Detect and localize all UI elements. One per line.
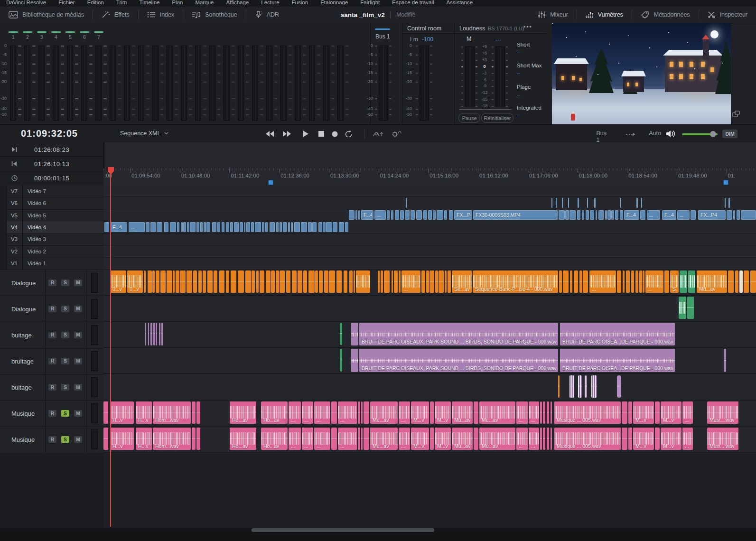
clip[interactable]: [364, 428, 369, 450]
clip[interactable]: [196, 401, 200, 424]
menu-lecture[interactable]: Lecture: [255, 0, 285, 7]
horizontal-scrollbar-thumb[interactable]: [252, 528, 434, 532]
clip[interactable]: [315, 270, 318, 293]
clip[interactable]: [594, 198, 596, 207]
clip[interactable]: [308, 270, 315, 293]
menu-fairlight[interactable]: Fairlight: [354, 0, 386, 7]
clip[interactable]: [358, 401, 360, 424]
clip[interactable]: [164, 222, 168, 232]
clip[interactable]: [152, 270, 155, 293]
solo-button[interactable]: S: [61, 436, 69, 443]
clip[interactable]: F...4: [110, 222, 127, 232]
clip[interactable]: [256, 270, 259, 293]
clip[interactable]: ...: [374, 210, 386, 220]
clip[interactable]: [607, 210, 610, 220]
video-track-header-v7[interactable]: V7Vidéo 7: [0, 185, 103, 197]
clip[interactable]: [222, 222, 224, 232]
speaker-icon[interactable]: [665, 130, 676, 138]
clip[interactable]: [559, 210, 565, 220]
clip[interactable]: [556, 198, 557, 207]
monitor-bus-label[interactable]: Bus 1: [596, 130, 607, 143]
clip[interactable]: Ho...av: [261, 428, 288, 450]
timeline-marker[interactable]: [723, 180, 728, 185]
clip[interactable]: [551, 401, 552, 424]
clip[interactable]: [687, 297, 694, 319]
clip[interactable]: [421, 270, 425, 293]
clip[interactable]: [628, 428, 632, 450]
clip[interactable]: [547, 428, 549, 450]
button-index[interactable]: Index: [139, 7, 183, 23]
clip[interactable]: ...: [399, 401, 410, 424]
video-track-header-v2[interactable]: V2Vidéo 2: [0, 245, 103, 258]
clip[interactable]: [395, 210, 400, 220]
menu-assistance[interactable]: Assistance: [440, 0, 479, 7]
clip[interactable]: [399, 270, 401, 293]
clip[interactable]: H...v: [110, 401, 134, 424]
video-track-header-v3[interactable]: V3Vidéo 3: [0, 233, 103, 246]
clip[interactable]: [167, 270, 172, 293]
menu-davinci-resolve[interactable]: DaVinci Resolve: [0, 0, 52, 7]
clip[interactable]: [558, 375, 560, 398]
clip[interactable]: [288, 222, 290, 232]
clip[interactable]: [547, 401, 549, 424]
clip[interactable]: [193, 270, 197, 293]
clip[interactable]: [176, 270, 179, 293]
record-arm-button[interactable]: R: [48, 280, 56, 286]
clip[interactable]: [203, 270, 206, 293]
clip[interactable]: [679, 297, 686, 319]
clip[interactable]: [428, 210, 432, 220]
clip[interactable]: H...v: [136, 401, 152, 424]
clip[interactable]: [303, 270, 307, 293]
menu-timeline[interactable]: Timeline: [133, 0, 166, 7]
transport-auto-touch-button[interactable]: [372, 128, 384, 140]
clip[interactable]: [737, 210, 740, 220]
lane-musique2[interactable]: H...vH...vHom...wavHo...avHo...av.......…: [103, 427, 756, 453]
clip[interactable]: [358, 428, 360, 450]
clip[interactable]: ...: [682, 428, 693, 450]
clip[interactable]: [351, 349, 358, 372]
lane-v7[interactable]: [103, 185, 756, 197]
clip[interactable]: [565, 210, 569, 220]
clip[interactable]: [356, 270, 370, 293]
clip[interactable]: [354, 270, 355, 293]
clip[interactable]: [156, 270, 159, 293]
clip[interactable]: [735, 270, 738, 293]
lane-v5[interactable]: F...4...FX...P4FX30-0006S03.MP4F...4...F…: [103, 209, 756, 221]
clip[interactable]: [416, 210, 422, 220]
clip[interactable]: [246, 222, 250, 232]
transport-stop-button[interactable]: [315, 128, 327, 140]
clip[interactable]: BRUIT DE PARC OISEAUX, PARK SOUND ... BI…: [359, 323, 558, 345]
clip[interactable]: [400, 210, 404, 220]
clip[interactable]: ...: [401, 270, 420, 293]
clip[interactable]: M...v: [633, 428, 654, 450]
clip[interactable]: [620, 198, 621, 207]
record-arm-button[interactable]: R: [48, 384, 56, 391]
transport-auto-gear-button[interactable]: [390, 128, 402, 140]
clip[interactable]: ...: [129, 222, 145, 232]
clip[interactable]: Ho...av: [230, 428, 256, 450]
clip[interactable]: ...: [338, 401, 357, 424]
record-arm-button[interactable]: R: [48, 410, 56, 417]
clip[interactable]: [727, 210, 732, 220]
clip[interactable]: [331, 401, 337, 424]
expand-viewer-icon[interactable]: [732, 111, 740, 117]
clip[interactable]: [577, 210, 580, 220]
clip[interactable]: ...: [289, 428, 301, 450]
button-sound-library[interactable]: Sonothèque: [183, 7, 245, 23]
menu-trim[interactable]: Trim: [110, 0, 133, 7]
clip[interactable]: [391, 210, 393, 220]
audio-track-header[interactable]: MusiqueRSM: [0, 401, 103, 427]
clip[interactable]: [276, 222, 279, 232]
clip[interactable]: [439, 270, 444, 293]
duration-clock-icon[interactable]: [10, 175, 18, 181]
mute-button[interactable]: M: [74, 436, 82, 443]
clip[interactable]: Musi....wav: [707, 428, 738, 450]
clip[interactable]: [255, 222, 261, 232]
clip[interactable]: [540, 401, 542, 424]
clip[interactable]: S...v: [670, 270, 679, 293]
clip[interactable]: [144, 270, 146, 293]
clip[interactable]: [103, 401, 108, 424]
clip[interactable]: [631, 270, 634, 293]
clip[interactable]: ...: [677, 210, 690, 220]
lane-v3[interactable]: [103, 233, 756, 245]
